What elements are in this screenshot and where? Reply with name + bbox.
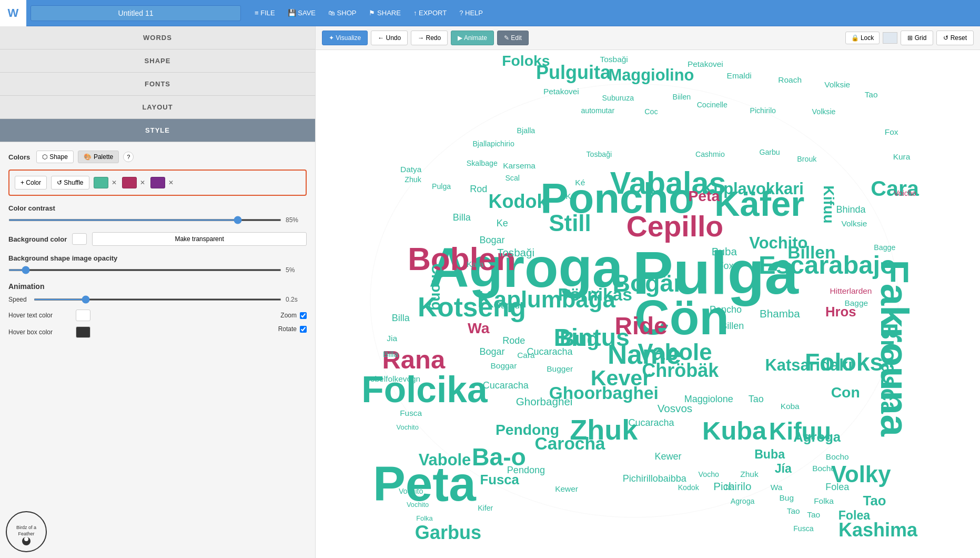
svg-text:Zhuk: Zhuk	[405, 175, 421, 184]
svg-text:Ke: Ke	[565, 192, 575, 201]
svg-text:Vabole: Vabole	[419, 451, 471, 469]
remove-color-1[interactable]: ✕	[110, 179, 118, 186]
svg-text:Poncho: Poncho	[710, 304, 742, 315]
hover-text-swatch[interactable]	[76, 310, 90, 321]
svg-text:Buba: Buba	[712, 245, 737, 257]
svg-text:Still: Still	[549, 210, 591, 236]
edit-btn[interactable]: ✎ Edit	[497, 31, 529, 45]
svg-text:Agroga: Agroga	[793, 430, 841, 444]
words-section-btn[interactable]: WORDS	[0, 26, 315, 49]
svg-text:Billen: Billen	[721, 321, 744, 331]
svg-text:Fusca: Fusca	[793, 524, 814, 533]
tab-palette-btn[interactable]: 🎨 Palette	[78, 151, 119, 163]
layout-section-btn[interactable]: LAYOUT	[0, 96, 315, 119]
svg-text:Ride: Ride	[614, 312, 667, 340]
shop-button[interactable]: 🛍 SHOP	[323, 6, 361, 20]
speed-row: Speed 0.2s	[8, 296, 307, 303]
save-button[interactable]: 💾 SAVE	[282, 6, 321, 20]
color-chip-1: ✕	[94, 177, 118, 188]
color-swatch-3[interactable]	[150, 177, 165, 188]
color-swatch-2[interactable]	[122, 177, 137, 188]
svg-text:Vochito: Vochito	[407, 501, 429, 509]
svg-text:Tao: Tao	[863, 493, 886, 508]
svg-text:Bjallapichirio: Bjallapichirio	[472, 140, 514, 148]
color-swatches-box: + Color ↺ Shuffle ✕ ✕ ✕	[8, 170, 307, 196]
color-toggle[interactable]	[883, 32, 897, 44]
svg-text:Chong: Chong	[429, 264, 446, 311]
svg-text:Tosbaği: Tosbaği	[497, 246, 534, 258]
color-contrast-slider[interactable]	[8, 219, 281, 221]
file-menu[interactable]: ≡ FILE	[249, 6, 280, 20]
help-button[interactable]: ? HELP	[454, 6, 488, 20]
svg-text:Petakovei: Petakovei	[543, 87, 579, 96]
reset-btn[interactable]: ↺ Reset	[936, 31, 974, 45]
svg-text:Garbus: Garbus	[415, 522, 481, 543]
svg-text:Biilen: Biilen	[673, 93, 691, 101]
svg-text:Pulga: Pulga	[432, 182, 451, 191]
color-chip-2: ✕	[122, 177, 146, 188]
svg-text:Folea: Folea	[825, 482, 850, 492]
zoom-label: Zoom	[280, 312, 297, 319]
svg-text:Vocho: Vocho	[699, 470, 719, 479]
lock-btn[interactable]: 🔒 Lock	[845, 32, 880, 44]
hover-text-label: Hover text color	[8, 312, 72, 319]
remove-color-3[interactable]: ✕	[167, 179, 175, 186]
title-input[interactable]: Untitled 11	[31, 5, 241, 21]
color-swatch-1[interactable]	[94, 177, 108, 188]
zoom-row: Zoom	[280, 312, 307, 319]
svg-text:Datya: Datya	[400, 165, 422, 174]
svg-text:Kura: Kura	[893, 152, 911, 161]
export-button[interactable]: ↑ EXPORT	[408, 6, 452, 20]
bg-shape-opacity-slider[interactable]	[8, 269, 281, 271]
svg-text:Billa: Billa	[383, 350, 399, 358]
tab-shape-btn[interactable]: ⬡ Shape	[36, 151, 74, 163]
remove-color-2[interactable]: ✕	[139, 179, 146, 186]
visualize-btn[interactable]: ✦ Visualize	[322, 31, 368, 45]
svg-text:Vochito: Vochito	[399, 487, 423, 495]
palette-icon: 🎨	[84, 153, 92, 161]
svg-point-4	[24, 537, 28, 541]
speed-label: Speed	[8, 296, 29, 303]
svg-text:Jía: Jía	[724, 483, 735, 492]
svg-text:Buba: Buba	[754, 447, 785, 461]
make-transparent-btn[interactable]: Make transparent	[92, 232, 307, 246]
svg-text:Billa: Billa	[453, 212, 471, 223]
svg-text:Wa: Wa	[468, 320, 490, 336]
svg-text:Tao: Tao	[787, 506, 800, 515]
svg-text:Agroga: Agroga	[731, 497, 755, 505]
top-bar: W Untitled 11 ≡ FILE 💾 SAVE 🛍 SHOP ⚑ SHA…	[0, 0, 980, 26]
rotate-checkbox[interactable]	[300, 326, 307, 333]
animate-btn[interactable]: ▶ Animate	[451, 31, 494, 45]
svg-text:Bhamba: Bhamba	[760, 307, 800, 320]
bg-color-label: Background color	[8, 235, 67, 243]
shape-section-btn[interactable]: SHAPE	[0, 49, 315, 73]
zoom-rotate-controls: Zoom Rotate	[278, 310, 307, 336]
svg-text:Bocho: Bocho	[826, 452, 849, 461]
svg-text:Peta: Peta	[688, 187, 720, 204]
rotate-label: Rotate	[278, 325, 297, 333]
add-color-btn[interactable]: + Color	[15, 176, 47, 190]
svg-text:Bugger: Bugger	[547, 364, 573, 373]
grid-btn[interactable]: ⊞ Grid	[901, 31, 933, 45]
svg-text:Karsema: Karsema	[503, 161, 536, 170]
svg-text:Tosbaği: Tosbaği	[600, 55, 628, 64]
svg-text:Volksie: Volksie	[841, 219, 867, 228]
word-cloud-area[interactable]: Pulga Agroga Cön Poncho Fakrouna Folcika…	[316, 50, 980, 558]
speed-slider[interactable]	[34, 298, 281, 301]
shuffle-btn[interactable]: ↺ Shuffle	[51, 176, 89, 190]
zoom-checkbox[interactable]	[300, 312, 307, 319]
bg-color-swatch[interactable]	[72, 233, 87, 245]
share-button[interactable]: ⚑ SHARE	[363, 6, 406, 20]
colors-help-btn[interactable]: ?	[123, 152, 134, 162]
svg-text:Kewer: Kewer	[655, 451, 682, 462]
hover-box-swatch[interactable]	[76, 326, 90, 338]
redo-btn[interactable]: → Redo	[411, 31, 448, 45]
svg-text:Bobelfolkevogn: Bobelfolkevogn	[365, 374, 421, 383]
color-contrast-section: Color contrast 85%	[8, 204, 307, 224]
svg-text:Kodok: Kodok	[678, 483, 700, 492]
undo-btn[interactable]: ← Undo	[371, 31, 408, 45]
svg-text:Cashmio: Cashmio	[695, 150, 725, 158]
style-section-btn[interactable]: STYLE	[0, 119, 315, 142]
left-panel: WORDS SHAPE FONTS LAYOUT STYLE Colors ⬡ …	[0, 26, 316, 558]
fonts-section-btn[interactable]: FONTS	[0, 73, 315, 96]
